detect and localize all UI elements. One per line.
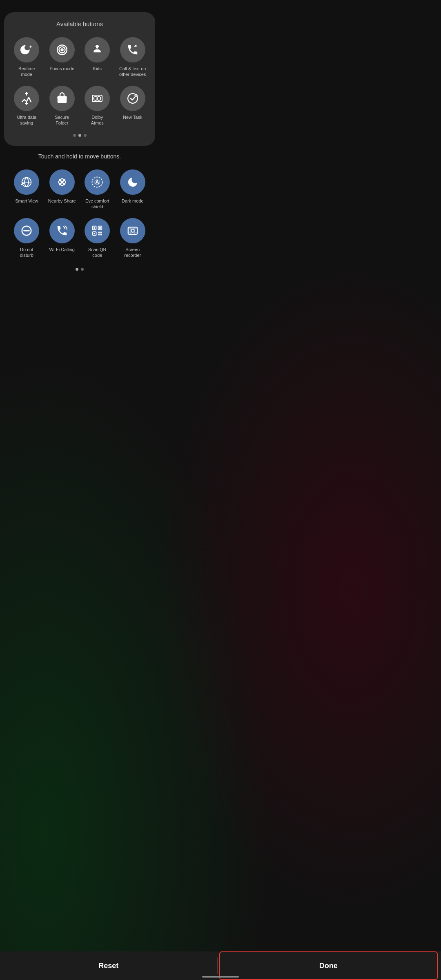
screen-recorder-icon: [120, 218, 145, 243]
svg-point-29: [131, 229, 134, 232]
focus-mode-label: Focus mode: [49, 66, 74, 71]
svg-point-5: [98, 47, 99, 48]
dnd-label: Do notdisturb: [20, 247, 33, 258]
btn-dark-mode[interactable]: Dark mode: [116, 167, 150, 212]
dark-mode-label: Dark mode: [122, 198, 144, 204]
btn-eye-comfort[interactable]: A Eye comfortshield: [80, 167, 114, 212]
nearby-share-label: Nearby Share: [48, 198, 76, 204]
svg-rect-21: [99, 227, 101, 229]
eye-comfort-icon: A: [85, 169, 110, 195]
smart-view-label: Smart View: [15, 198, 38, 204]
dot-2: [78, 134, 81, 137]
active-buttons-section: Smart View Nearby Share A Eye comfortshi…: [4, 167, 155, 272]
nearby-share-icon: [49, 169, 75, 195]
dark-mode-icon: [120, 169, 145, 195]
btn-new-task[interactable]: New Task: [116, 83, 150, 129]
btn-kids[interactable]: Kids: [80, 35, 114, 80]
svg-rect-27: [100, 234, 102, 235]
btn-wifi-calling[interactable]: Wi-Fi Calling: [45, 216, 79, 261]
secure-folder-label: SecureFolder: [55, 114, 69, 126]
btn-secure-folder[interactable]: SecureFolder: [45, 83, 79, 129]
eye-comfort-label: Eye comfortshield: [85, 198, 109, 210]
active-dot-1: [76, 268, 78, 271]
focus-mode-icon: [49, 37, 75, 62]
bedtime-mode-label: Bedtimemode: [18, 66, 35, 78]
new-task-icon: [120, 86, 145, 111]
active-grid: Smart View Nearby Share A Eye comfortshi…: [8, 167, 151, 261]
kids-icon: [85, 37, 110, 62]
bedtime-mode-icon: [14, 37, 39, 62]
btn-dnd[interactable]: Do notdisturb: [10, 216, 44, 261]
btn-scan-qr[interactable]: Scan QRcode: [80, 216, 114, 261]
available-dots: [8, 134, 151, 137]
btn-dolby-atmos[interactable]: DolbyAtmos: [80, 83, 114, 129]
svg-rect-19: [94, 227, 96, 229]
svg-rect-28: [128, 227, 138, 234]
btn-nearby-share[interactable]: Nearby Share: [45, 167, 79, 212]
secure-folder-icon: [49, 86, 75, 111]
svg-point-4: [96, 47, 96, 48]
dnd-icon: [14, 218, 39, 243]
wifi-calling-icon: [49, 218, 75, 243]
btn-smart-view[interactable]: Smart View: [10, 167, 44, 212]
wifi-calling-label: Wi-Fi Calling: [49, 247, 75, 252]
available-title: Available buttons: [8, 20, 151, 27]
dolby-atmos-label: DolbyAtmos: [91, 114, 104, 126]
active-dot-2: [81, 268, 84, 271]
dolby-atmos-icon: [85, 86, 110, 111]
new-task-label: New Task: [123, 114, 142, 120]
smart-view-icon: [14, 169, 39, 195]
available-buttons-card: Available buttons Bedtimemode Focus mode: [4, 12, 155, 146]
svg-rect-25: [100, 232, 102, 233]
scan-qr-icon: [85, 218, 110, 243]
active-dots: [8, 268, 151, 271]
ultra-data-label: Ultra datasaving: [17, 114, 36, 126]
dot-1: [73, 134, 76, 137]
call-text-other-icon: [120, 37, 145, 62]
svg-point-3: [96, 45, 99, 49]
available-grid: Bedtimemode Focus mode Kids: [8, 35, 151, 128]
btn-call-text-other[interactable]: Call & text onother devices: [116, 35, 150, 80]
svg-rect-23: [94, 233, 96, 234]
screen-recorder-label: Screenrecorder: [124, 247, 141, 258]
dot-3: [84, 134, 87, 137]
call-text-other-label: Call & text onother devices: [119, 66, 146, 78]
svg-rect-24: [98, 232, 100, 233]
svg-rect-7: [61, 99, 63, 101]
btn-focus-mode[interactable]: Focus mode: [45, 35, 79, 80]
hint-text: Touch and hold to move buttons.: [38, 153, 121, 160]
btn-screen-recorder[interactable]: Screenrecorder: [116, 216, 150, 261]
svg-rect-26: [98, 234, 100, 235]
btn-bedtime-mode[interactable]: Bedtimemode: [10, 35, 44, 80]
kids-label: Kids: [93, 66, 102, 71]
ultra-data-icon: [14, 86, 39, 111]
scan-qr-label: Scan QRcode: [88, 247, 107, 258]
svg-point-0: [60, 48, 64, 51]
btn-ultra-data[interactable]: Ultra datasaving: [10, 83, 44, 129]
